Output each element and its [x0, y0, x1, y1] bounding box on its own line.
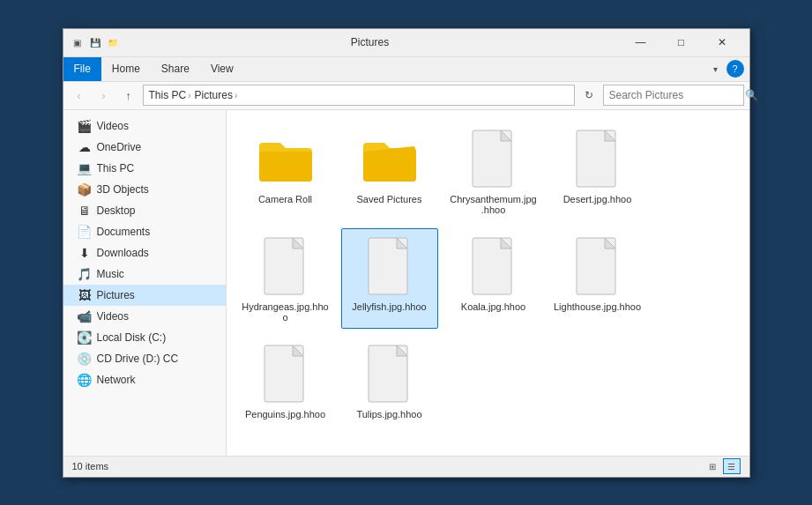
forward-button[interactable]: › [93, 85, 115, 106]
penguins-name: Penguins.jpg.hhoo [245, 409, 325, 420]
sidebar-item-pictures[interactable]: 🖼Pictures [63, 285, 226, 306]
view-buttons: ⊞ ☰ [704, 458, 741, 474]
sidebar-item-this-pc[interactable]: 💻This PC [63, 158, 226, 179]
title-bar: ▣ 💾 📁 Pictures — □ ✕ [63, 29, 749, 57]
music-label: Music [97, 268, 124, 280]
window-icon-2: 💾 [88, 35, 102, 49]
menu-share[interactable]: Share [151, 57, 200, 81]
jellyfish-icon [358, 234, 421, 298]
videos2-icon: 📹 [78, 309, 92, 323]
onedrive-icon: ☁ [78, 140, 92, 154]
pictures-icon: 🖼 [78, 288, 92, 302]
file-item-jellyfish[interactable]: Jellyfish.jpg.hhoo [341, 228, 438, 329]
pictures-label: Pictures [97, 289, 135, 301]
this-pc-label: This PC [97, 162, 135, 175]
title-bar-controls: — □ ✕ [621, 28, 742, 56]
koala-name: Koala.jpg.hhoo [461, 301, 525, 312]
file-item-tulips[interactable]: Tulips.jpg.hhoo [341, 336, 438, 426]
minimize-button[interactable]: — [621, 28, 661, 56]
documents-icon: 📄 [78, 225, 92, 239]
sidebar-item-documents[interactable]: 📄Documents [63, 221, 226, 242]
refresh-button[interactable]: ↻ [578, 85, 600, 106]
file-item-koala[interactable]: Koala.jpg.hhoo [445, 228, 542, 329]
3d-objects-label: 3D Objects [97, 183, 149, 196]
music-icon: 🎵 [78, 267, 92, 281]
up-button[interactable]: ↑ [118, 85, 139, 106]
sidebar-item-downloads[interactable]: ⬇Downloads [63, 242, 226, 264]
lighthouse-name: Lighthouse.jpg.hhoo [554, 301, 641, 312]
sidebar-item-onedrive[interactable]: ☁OneDrive [63, 137, 226, 158]
cd-drive-icon: 💿 [78, 352, 92, 366]
local-disk-icon: 💽 [78, 330, 92, 345]
sidebar-item-videos[interactable]: 🎬Videos [63, 115, 226, 137]
this-pc-label: This PC [149, 89, 187, 101]
maximize-button[interactable]: □ [661, 28, 702, 56]
desert-name: Desert.jpg.hhoo [563, 194, 632, 204]
file-item-chrysanthemum[interactable]: Chrysanthemum.jpg.hhoo [445, 121, 542, 221]
file-item-desert[interactable]: Desert.jpg.hhoo [549, 121, 646, 221]
sidebar: 🎬Videos☁OneDrive💻This PC📦3D Objects🖥Desk… [63, 110, 227, 456]
hydrangeas-name: Hydrangeas.jpg.hhoo [242, 301, 330, 323]
sidebar-item-videos2[interactable]: 📹Videos [63, 306, 226, 327]
desktop-label: Desktop [97, 204, 136, 217]
lighthouse-icon [566, 234, 629, 298]
address-bar: ‹ › ↑ This PC › Pictures › ↻ 🔍 [63, 82, 749, 110]
sidebar-item-desktop[interactable]: 🖥Desktop [63, 200, 226, 221]
downloads-label: Downloads [97, 247, 149, 259]
menu-help-button[interactable]: ? [726, 60, 744, 78]
3d-objects-icon: 📦 [78, 182, 92, 197]
tulips-icon [358, 342, 421, 405]
sidebar-item-network[interactable]: 🌐Network [63, 369, 226, 390]
file-item-camera-roll[interactable]: Camera Roll [237, 121, 334, 221]
sidebar-item-music[interactable]: 🎵Music [63, 264, 226, 285]
file-area: Camera RollSaved PicturesChrysanthemum.j… [227, 110, 749, 456]
camera-roll-name: Camera Roll [258, 194, 312, 204]
address-path[interactable]: This PC › Pictures › [143, 85, 575, 106]
file-item-hydrangeas[interactable]: Hydrangeas.jpg.hhoo [237, 228, 334, 329]
menu-home[interactable]: Home [101, 57, 151, 81]
menu-view[interactable]: View [200, 57, 244, 81]
search-box[interactable]: 🔍 [603, 85, 744, 106]
menu-bar: File Home Share View ▾ ? [63, 57, 749, 82]
sidebar-item-3d-objects[interactable]: 📦3D Objects [63, 179, 226, 200]
network-label: Network [97, 374, 136, 386]
view-grid-button[interactable]: ⊞ [704, 458, 721, 474]
window-icon-3: 📁 [106, 35, 120, 49]
chrysanthemum-name: Chrysanthemum.jpg.hhoo [450, 194, 538, 215]
sidebar-item-local-disk[interactable]: 💽Local Disk (C:) [63, 327, 226, 348]
file-item-lighthouse[interactable]: Lighthouse.jpg.hhoo [549, 228, 646, 329]
saved-pictures-icon [358, 127, 421, 190]
camera-roll-icon [254, 127, 317, 190]
search-icon[interactable]: 🔍 [745, 89, 758, 101]
this-pc-icon: 💻 [78, 161, 92, 175]
view-list-button[interactable]: ☰ [723, 458, 741, 474]
path-segment-this-pc: This PC › [149, 89, 191, 101]
title-bar-icons: ▣ 💾 📁 [71, 35, 120, 49]
back-button[interactable]: ‹ [69, 85, 90, 106]
jellyfish-name: Jellyfish.jpg.hhoo [352, 301, 426, 312]
downloads-icon: ⬇ [78, 246, 92, 260]
file-item-penguins[interactable]: Penguins.jpg.hhoo [237, 336, 334, 426]
sidebar-item-cd-drive[interactable]: 💿CD Drive (D:) CC [63, 348, 226, 369]
file-item-saved-pictures[interactable]: Saved Pictures [341, 121, 438, 221]
penguins-icon [254, 342, 317, 405]
close-button[interactable]: ✕ [702, 28, 742, 56]
menu-bar-right: ▾ ? [708, 60, 749, 78]
chrysanthemum-icon [462, 127, 525, 190]
window-icon-1: ▣ [71, 35, 85, 49]
desktop-icon: 🖥 [78, 204, 92, 218]
saved-pictures-name: Saved Pictures [357, 194, 422, 204]
local-disk-label: Local Disk (C:) [97, 331, 167, 344]
path-segment-pictures: Pictures › [195, 89, 238, 101]
tulips-name: Tulips.jpg.hhoo [356, 409, 421, 420]
menu-expand-icon[interactable]: ▾ [708, 63, 723, 76]
videos-icon: 🎬 [78, 119, 92, 133]
network-icon: 🌐 [78, 373, 92, 387]
cd-drive-label: CD Drive (D:) CC [97, 353, 179, 365]
menu-file[interactable]: File [63, 57, 101, 81]
main-content: 🎬Videos☁OneDrive💻This PC📦3D Objects🖥Desk… [63, 110, 749, 456]
search-input[interactable] [609, 89, 741, 101]
window-title: Pictures [125, 36, 615, 48]
hydrangeas-icon [254, 234, 317, 298]
desert-icon [566, 127, 629, 190]
